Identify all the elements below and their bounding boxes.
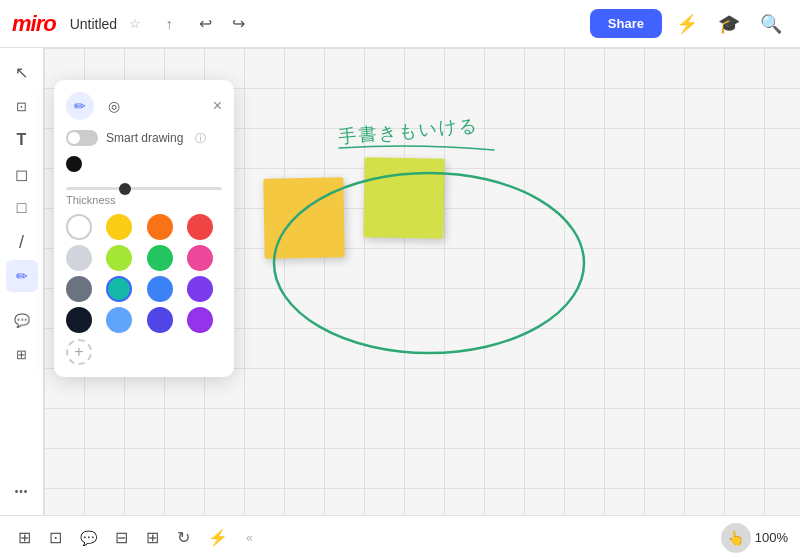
left-sidebar: ↖ ⊡ T ◻ □ / ✏ 💬 ⊞ ••• [0,48,44,515]
color-swatch-black[interactable] [66,307,92,333]
color-swatch-teal[interactable] [106,276,132,302]
customize-toolbar-icon[interactable]: ⚡ [670,9,704,39]
bottom-tool-frame[interactable]: ⊡ [43,524,68,551]
sidebar-tool-shape[interactable]: □ [6,192,38,224]
smart-drawing-toggle[interactable] [66,130,98,146]
thickness-slider[interactable] [66,187,222,190]
bottom-toolbar: ⊞ ⊡ 💬 ⊟ ⊞ ↻ ⚡ « 👆 100% [0,515,800,559]
header: miro Untitled ☆ ↑ ↩ ↪ Share ⚡ 🎓 🔍 [0,0,800,48]
sidebar-tool-apps[interactable]: ⊞ [6,338,38,370]
color-swatch-purple[interactable] [187,307,213,333]
redo-button[interactable]: ↪ [226,10,251,37]
bottom-expand-button[interactable]: « [240,527,259,549]
star-button[interactable]: ☆ [125,14,145,34]
bottom-tool-sticky[interactable]: ⊟ [109,524,134,551]
bottom-tool-apps2[interactable]: ⊞ [140,524,165,551]
thickness-dot [66,156,82,172]
add-color-button[interactable]: + [66,339,92,365]
undo-button[interactable]: ↩ [193,10,218,37]
sidebar-tool-line[interactable]: / [6,226,38,258]
sidebar-tool-comment[interactable]: 💬 [6,304,38,336]
color-swatch-red[interactable] [187,214,213,240]
sidebar-tool-sticky[interactable]: ◻ [6,158,38,190]
smart-drawing-label: Smart drawing [106,131,183,145]
cursor-indicator: 👆 [721,523,751,553]
color-swatch-gray[interactable] [66,276,92,302]
color-swatch-pink[interactable] [187,245,213,271]
eraser-tool-button[interactable]: ◎ [100,92,128,120]
color-grid [66,214,222,333]
svg-text:手書きもいける: 手書きもいける [338,115,479,147]
color-swatch-blue[interactable] [106,307,132,333]
sidebar-tool-select[interactable]: ↖ [6,56,38,88]
upload-button[interactable]: ↑ [153,8,185,40]
color-swatch-white[interactable] [66,214,92,240]
share-button[interactable]: Share [590,9,662,38]
sticky-note-green[interactable] [363,157,444,238]
zoom-controls: 👆 100% [721,523,788,553]
zoom-level: 100% [755,530,788,545]
sidebar-tool-frame[interactable]: ⊡ [6,90,38,122]
color-swatch-lime[interactable] [106,245,132,271]
sticky-note-yellow[interactable] [263,177,344,258]
color-swatch-blue-dark[interactable] [147,276,173,302]
bottom-tool-comment[interactable]: 💬 [74,526,103,550]
pen-tool-button[interactable]: ✏ [66,92,94,120]
smart-drawing-row: Smart drawing ⓘ [66,130,222,146]
learn-icon[interactable]: 🎓 [712,9,746,39]
color-swatch-green[interactable] [147,245,173,271]
sidebar-tool-pen[interactable]: ✏ [6,260,38,292]
color-swatch-orange[interactable] [147,214,173,240]
bottom-tool-rotate[interactable]: ↻ [171,524,196,551]
color-swatch-light-gray[interactable] [66,245,92,271]
thickness-label: Thickness [66,194,222,206]
color-swatch-yellow[interactable] [106,214,132,240]
bottom-tool-lightning[interactable]: ⚡ [202,524,234,551]
sidebar-tool-text[interactable]: T [6,124,38,156]
color-swatch-indigo[interactable] [147,307,173,333]
document-title: Untitled [70,16,117,32]
draw-panel: ✏ ◎ × Smart drawing ⓘ Thickness + [54,80,234,377]
panel-close-button[interactable]: × [213,97,222,115]
search-icon[interactable]: 🔍 [754,9,788,39]
bottom-tool-grid[interactable]: ⊞ [12,524,37,551]
thickness-row: Thickness [66,156,222,206]
sidebar-tool-more[interactable]: ••• [6,475,38,507]
miro-logo: miro [12,11,56,37]
draw-panel-header: ✏ ◎ × [66,92,222,120]
color-swatch-purple-dark[interactable] [187,276,213,302]
